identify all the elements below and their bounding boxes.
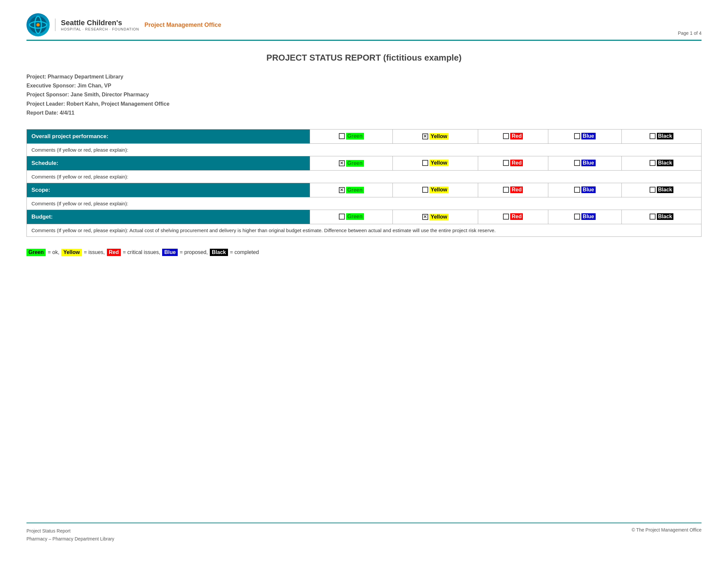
schedule-blue-checkbox[interactable] bbox=[574, 160, 580, 166]
budget-blue-cell[interactable]: Blue bbox=[548, 210, 621, 224]
schedule-yellow-checkbox[interactable] bbox=[422, 160, 428, 166]
schedule-black-item: Black bbox=[650, 160, 674, 166]
budget-black-cell[interactable]: Black bbox=[621, 210, 701, 224]
scope-green-label: Green bbox=[346, 187, 364, 193]
schedule-black-label: Black bbox=[657, 160, 674, 166]
schedule-green-cell[interactable]: Green bbox=[310, 156, 393, 170]
scope-blue-checkbox[interactable] bbox=[574, 187, 580, 193]
row-label-schedule: Schedule: bbox=[27, 156, 310, 170]
overall-red-cell[interactable]: Red bbox=[478, 129, 548, 143]
schedule-blue-label: Blue bbox=[581, 160, 596, 166]
table-row: Schedule: Green Yellow Red Blue bbox=[27, 156, 702, 170]
overall-blue-checkbox[interactable] bbox=[574, 133, 580, 139]
overall-green-label: Green bbox=[346, 133, 364, 139]
overall-green-cell[interactable]: Green bbox=[310, 129, 393, 143]
schedule-yellow-label: Yellow bbox=[430, 160, 449, 166]
scope-green-checkbox[interactable] bbox=[339, 187, 345, 193]
pmo-title: Project Management Office bbox=[145, 22, 221, 28]
scope-green-cell[interactable]: Green bbox=[310, 183, 393, 197]
scope-black-cell[interactable]: Black bbox=[621, 183, 701, 197]
scope-red-label: Red bbox=[510, 186, 523, 193]
budget-yellow-item: Yellow bbox=[422, 213, 449, 220]
budget-red-checkbox[interactable] bbox=[503, 213, 509, 219]
table-row-comment-scope: Comments (If yellow or red, please expla… bbox=[27, 197, 702, 210]
overall-yellow-cell[interactable]: Yellow bbox=[392, 129, 478, 143]
overall-green-checkbox[interactable] bbox=[339, 133, 345, 139]
schedule-blue-cell[interactable]: Blue bbox=[548, 156, 621, 170]
table-row-comment-budget: Comments (If yellow or red, please expla… bbox=[27, 224, 702, 236]
overall-comment: Comments (If yellow or red, please expla… bbox=[27, 143, 702, 156]
org-main-name: Seattle Children's bbox=[61, 19, 139, 27]
legend-black-desc: = completed bbox=[230, 249, 259, 255]
scope-comment: Comments (If yellow or red, please expla… bbox=[27, 197, 702, 210]
table-row: Budget: Green Yellow Red Blue bbox=[27, 210, 702, 224]
table-row: Scope: Green Yellow Red Blue bbox=[27, 183, 702, 197]
scope-yellow-item: Yellow bbox=[422, 186, 449, 193]
schedule-green-checkbox[interactable] bbox=[339, 160, 345, 166]
budget-green-checkbox[interactable] bbox=[339, 213, 345, 219]
budget-red-item: Red bbox=[503, 213, 523, 220]
page-number: Page 1 of 4 bbox=[678, 30, 702, 36]
scope-blue-item: Blue bbox=[574, 186, 596, 193]
footer-left: Project Status Report Pharmacy – Pharmac… bbox=[26, 527, 114, 543]
overall-black-checkbox[interactable] bbox=[650, 133, 656, 139]
report-date: Report Date: 4/4/11 bbox=[26, 108, 702, 117]
legend: Green = ok, Yellow = issues, Red = criti… bbox=[26, 249, 702, 256]
scope-blue-cell[interactable]: Blue bbox=[548, 183, 621, 197]
legend-red-badge: Red bbox=[107, 249, 121, 256]
schedule-comment: Comments (If yellow or red, please expla… bbox=[27, 170, 702, 183]
schedule-red-cell[interactable]: Red bbox=[478, 156, 548, 170]
scope-red-cell[interactable]: Red bbox=[478, 183, 548, 197]
scope-green-item: Green bbox=[339, 187, 364, 193]
table-row-comment-schedule: Comments (If yellow or red, please expla… bbox=[27, 170, 702, 183]
row-label-scope: Scope: bbox=[27, 183, 310, 197]
logo-area: Seattle Children's HOSPITAL · RESEARCH ·… bbox=[26, 13, 221, 36]
overall-green-item: Green bbox=[339, 133, 364, 139]
legend-blue-badge: Blue bbox=[162, 249, 178, 256]
overall-red-checkbox[interactable] bbox=[503, 133, 509, 139]
scope-yellow-label: Yellow bbox=[430, 186, 449, 193]
schedule-green-item: Green bbox=[339, 160, 364, 166]
legend-green-desc: = ok, bbox=[48, 249, 59, 255]
overall-blue-cell[interactable]: Blue bbox=[548, 129, 621, 143]
overall-black-cell[interactable]: Black bbox=[621, 129, 701, 143]
legend-blue-desc: = proposed, bbox=[180, 249, 208, 255]
overall-blue-item: Blue bbox=[574, 133, 596, 139]
project-name: Project: Pharmacy Department Library bbox=[26, 72, 702, 81]
legend-yellow-desc: = issues, bbox=[84, 249, 105, 255]
org-name: Seattle Children's HOSPITAL · RESEARCH ·… bbox=[55, 19, 139, 31]
overall-red-label: Red bbox=[510, 133, 523, 139]
schedule-green-label: Green bbox=[346, 160, 364, 166]
budget-blue-label: Blue bbox=[581, 213, 596, 220]
project-info: Project: Pharmacy Department Library Exe… bbox=[26, 72, 702, 117]
footer-copyright: © The Project Management Office bbox=[632, 527, 702, 533]
budget-blue-checkbox[interactable] bbox=[574, 213, 580, 219]
budget-red-cell[interactable]: Red bbox=[478, 210, 548, 224]
budget-yellow-checkbox[interactable] bbox=[422, 214, 428, 220]
status-table: Overall project performance: Green Yello… bbox=[26, 129, 702, 237]
report-title: PROJECT STATUS REPORT (fictitious exampl… bbox=[26, 53, 702, 63]
scope-yellow-cell[interactable]: Yellow bbox=[392, 183, 478, 197]
schedule-red-item: Red bbox=[503, 160, 523, 166]
exec-sponsor: Executive Sponsor: Jim Chan, VP bbox=[26, 81, 702, 90]
org-sub-name: HOSPITAL · RESEARCH · FOUNDATION bbox=[61, 27, 139, 31]
budget-yellow-cell[interactable]: Yellow bbox=[392, 210, 478, 224]
budget-black-checkbox[interactable] bbox=[650, 213, 656, 219]
scope-black-label: Black bbox=[657, 186, 674, 193]
scope-red-checkbox[interactable] bbox=[503, 187, 509, 193]
budget-green-item: Green bbox=[339, 213, 364, 220]
scope-red-item: Red bbox=[503, 186, 523, 193]
svg-point-3 bbox=[36, 23, 40, 26]
schedule-yellow-cell[interactable]: Yellow bbox=[392, 156, 478, 170]
budget-green-cell[interactable]: Green bbox=[310, 210, 393, 224]
schedule-black-cell[interactable]: Black bbox=[621, 156, 701, 170]
schedule-blue-item: Blue bbox=[574, 160, 596, 166]
budget-yellow-label: Yellow bbox=[430, 213, 449, 220]
schedule-black-checkbox[interactable] bbox=[650, 160, 656, 166]
schedule-red-checkbox[interactable] bbox=[503, 160, 509, 166]
scope-yellow-checkbox[interactable] bbox=[422, 187, 428, 193]
overall-yellow-checkbox[interactable] bbox=[422, 133, 428, 139]
row-label-overall: Overall project performance: bbox=[27, 129, 310, 143]
scope-black-checkbox[interactable] bbox=[650, 187, 656, 193]
legend-black-badge: Black bbox=[210, 249, 228, 256]
